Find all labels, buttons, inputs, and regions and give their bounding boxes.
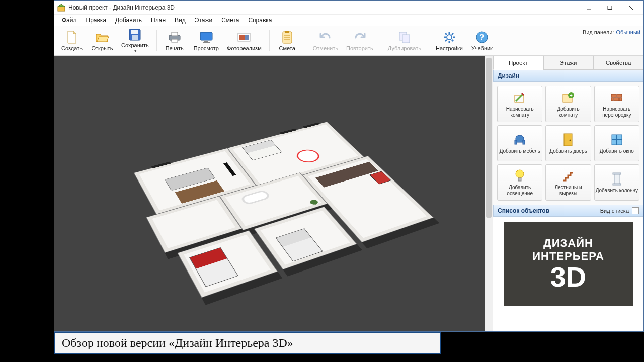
add-window-button[interactable]: Добавить окно [594,125,639,161]
design-tools-grid: Нарисовать комнату + Добавить комнату На… [493,82,643,205]
redo-icon [353,30,367,44]
menubar: Файл Правка Добавить План Вид Этажи Смет… [54,15,643,26]
stairs-icon [560,169,576,183]
svg-rect-42 [614,98,619,101]
menu-plan[interactable]: План [146,16,170,25]
save-button[interactable]: Сохранить [118,27,152,54]
btn-label: Добавить колонну [596,188,638,194]
settings-button[interactable]: Настройки [432,27,466,54]
svg-line-31 [452,40,453,41]
svg-line-32 [452,33,453,35]
menu-view[interactable]: Вид [170,16,190,25]
toolbar-separator [381,30,381,51]
open-button[interactable]: Открыть [88,27,117,54]
add-column-button[interactable]: Добавить колонну [594,164,639,201]
menu-file[interactable]: Файл [57,16,82,25]
add-stairs-button[interactable]: Лестницы и вырезы [545,164,591,201]
svg-rect-43 [611,98,613,101]
tutorial-button[interactable]: ? Учебник [467,27,497,54]
toolbar-separator [269,30,270,51]
armchair-icon [512,133,527,147]
svg-rect-44 [619,98,622,101]
toolbar-separator [429,30,429,51]
pencil-room-icon [512,90,527,105]
svg-rect-0 [58,7,65,11]
help-icon: ? [475,30,489,44]
btn-label: Нарисовать комнату [499,106,541,118]
menu-edit[interactable]: Правка [82,16,111,25]
svg-rect-12 [200,32,212,40]
close-button[interactable] [620,1,641,14]
add-furniture-button[interactable]: Добавить мебель [497,125,542,161]
design-panel-title: Дизайн [493,70,643,82]
svg-point-48 [570,139,571,141]
draw-wall-button[interactable]: Нарисовать перегородку [594,86,639,122]
objects-title-text: Список объектов [498,207,549,214]
promo-logo: ДИЗАЙН ИНТЕРЬЕРА 3D [504,222,633,306]
menu-estimate[interactable]: Смета [217,16,244,25]
svg-rect-24 [403,35,410,43]
svg-rect-55 [613,173,621,174]
svg-rect-8 [132,35,138,40]
side-tabs: Проект Этажи Свойства [493,56,643,70]
logo-line1: ДИЗАЙН [543,237,593,250]
menu-help[interactable]: Справка [244,16,276,25]
duplicate-label: Дублировать [388,45,421,51]
print-button[interactable]: Печать [160,27,189,54]
svg-rect-47 [564,134,572,146]
minimize-button[interactable] [578,1,599,14]
gear-icon [442,30,456,44]
workspace: Проект Этажи Свойства Дизайн Нарисовать … [54,56,643,331]
create-button[interactable]: Создать [57,27,87,54]
add-door-button[interactable]: Добавить дверь [545,125,591,161]
objects-panel-title: Список объектов Вид списка [493,205,643,217]
btn-label: Добавить дверь [549,148,587,154]
add-light-button[interactable]: Добавить освещение [497,164,542,201]
undo-icon [318,30,333,44]
video-caption: Обзор новой версии «Дизайн Интерьера 3D» [54,332,441,354]
viewport-3d[interactable] [54,56,493,331]
redo-button[interactable]: Повторить [343,27,377,54]
menu-add[interactable]: Добавить [111,16,146,25]
svg-text:+: + [570,93,573,98]
maximize-button[interactable] [599,1,620,14]
printer-icon [168,30,182,44]
btn-label: Нарисовать перегородку [596,106,638,118]
svg-marker-1 [58,4,65,7]
undo-button[interactable]: Отменить [309,27,342,54]
svg-line-30 [445,33,447,35]
floorplan-scene [54,56,493,331]
svg-point-25 [447,35,452,40]
viewport-scrollbar[interactable] [485,56,493,331]
toolbar: Создать Открыть Сохранить Печать Просмот… [54,26,643,56]
add-room-icon: + [560,90,576,105]
preview-button[interactable]: Просмотр [190,27,222,54]
tab-floors[interactable]: Этажи [543,56,594,70]
undo-label: Отменить [313,45,338,51]
draw-room-button[interactable]: Нарисовать комнату [497,86,542,122]
svg-rect-3 [608,6,612,9]
duplicate-icon [397,30,412,44]
menu-floors[interactable]: Этажи [190,16,217,25]
add-room-button[interactable]: + Добавить комнату [545,86,591,122]
wall-icon [609,90,624,105]
clipboard-icon [280,30,294,44]
toolbar-separator [306,30,306,51]
estimate-button[interactable]: Смета [273,27,302,54]
svg-rect-53 [518,178,521,181]
svg-rect-14 [203,42,210,43]
svg-rect-19 [285,31,289,33]
duplicate-button[interactable]: Дублировать [384,27,425,54]
tab-project[interactable]: Проект [493,56,543,70]
photoreal-button[interactable]: Фотореализм [223,27,265,54]
svg-rect-56 [613,184,621,185]
open-label: Открыть [91,45,113,51]
tab-properties[interactable]: Свойства [593,56,643,70]
save-label: Сохранить [121,42,149,48]
panel-mode-link[interactable]: Обычный [616,29,640,35]
list-view-icon[interactable] [632,207,639,214]
svg-line-33 [445,40,447,41]
app-window: Новый проект - Дизайн Интерьера 3D Файл … [54,0,644,332]
svg-rect-10 [172,32,178,36]
svg-rect-54 [614,174,619,184]
